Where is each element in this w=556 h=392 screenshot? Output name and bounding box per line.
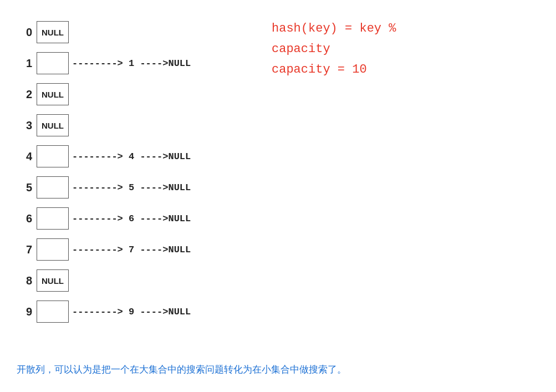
row-index-8: 8 [17, 274, 32, 287]
table-row: 9 --------> 9 ---->NULL [17, 296, 249, 327]
row-cell-4 [37, 145, 69, 167]
row-index-4: 4 [17, 150, 32, 163]
row-index-6: 6 [17, 212, 32, 225]
row-index-3: 3 [17, 119, 32, 132]
table-row: 8 NULL [17, 265, 249, 296]
row-content-9: --------> 9 ---->NULL [72, 307, 191, 317]
formula-block: hash(key) = key % capacity capacity = 10 [272, 19, 539, 79]
table-row: 5 --------> 5 ---->NULL [17, 172, 249, 203]
row-content-6: --------> 6 ---->NULL [72, 213, 191, 224]
formula-line-3: capacity = 10 [272, 60, 539, 79]
table-row: 4 --------> 4 ---->NULL [17, 141, 249, 172]
row-index-7: 7 [17, 243, 32, 256]
hash-table: 0 NULL 1 --------> 1 ---->NULL 2 NULL 3 … [17, 17, 249, 327]
left-section: 0 NULL 1 --------> 1 ---->NULL 2 NULL 3 … [17, 11, 249, 381]
table-row: 7 --------> 7 ---->NULL [17, 234, 249, 265]
formula-line-2: capacity [272, 40, 539, 58]
table-row: 3 NULL [17, 110, 249, 141]
row-cell-8: NULL [37, 269, 69, 292]
row-cell-9 [37, 301, 69, 323]
row-index-2: 2 [17, 88, 32, 101]
row-cell-7 [37, 238, 69, 261]
row-cell-0: NULL [37, 21, 69, 43]
row-index-1: 1 [17, 57, 32, 70]
table-row: 2 NULL [17, 79, 249, 110]
main-container: 0 NULL 1 --------> 1 ---->NULL 2 NULL 3 … [0, 0, 556, 392]
row-content-7: --------> 7 ---->NULL [72, 245, 191, 255]
row-cell-2: NULL [37, 83, 69, 105]
row-index-9: 9 [17, 306, 32, 318]
row-content-5: --------> 5 ---->NULL [72, 182, 191, 193]
right-section: hash(key) = key % capacity capacity = 10 [272, 11, 539, 381]
row-content-4: --------> 4 ---->NULL [72, 151, 191, 162]
row-index-0: 0 [17, 26, 32, 39]
row-content-1: --------> 1 ---->NULL [72, 58, 191, 69]
row-cell-5 [37, 176, 69, 198]
bottom-text: 开散列，可以认为是把一个在大集合中的搜索问题转化为在小集合中做搜索了。 [17, 363, 539, 377]
row-cell-3: NULL [37, 114, 69, 136]
table-row: 0 NULL [17, 17, 249, 48]
table-row: 1 --------> 1 ---->NULL [17, 48, 249, 79]
row-index-5: 5 [17, 181, 32, 194]
row-cell-6 [37, 207, 69, 230]
row-cell-1 [37, 52, 69, 74]
table-row: 6 --------> 6 ---->NULL [17, 203, 249, 234]
formula-line-1: hash(key) = key % [272, 19, 539, 38]
